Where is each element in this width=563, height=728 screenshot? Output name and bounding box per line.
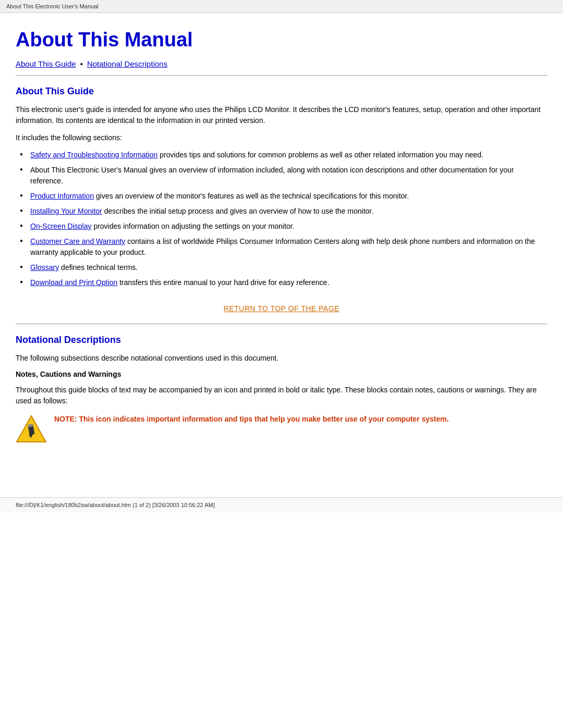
section2-paragraph2: Throughout this guide blocks of text may…: [16, 385, 547, 406]
bullet-text-1: About This Electronic User's Manual give…: [30, 166, 514, 185]
section1-paragraph1: This electronic user's guide is intended…: [16, 104, 547, 126]
link-download[interactable]: Download and Print Option: [30, 278, 117, 287]
section1-paragraph2: It includes the following sections:: [16, 132, 547, 143]
section-about-guide: About This Guide This electronic user's …: [16, 86, 547, 313]
link-customer-care[interactable]: Customer Care and Warranty: [30, 237, 125, 245]
return-to-top-link[interactable]: RETURN TO TOP OF THE PAGE: [224, 304, 339, 313]
list-item: About This Electronic User's Manual give…: [16, 165, 547, 187]
bullet-text-6: defines technical terms.: [59, 263, 138, 272]
sections-list: Safety and Troubleshooting Information p…: [16, 150, 547, 288]
page-content: About This Manual About This Guide • Not…: [0, 13, 563, 476]
bullet-text-7: transfers this entire manual to your har…: [117, 278, 329, 287]
nav-separator: •: [80, 59, 83, 68]
nav-link-about-guide[interactable]: About This Guide: [16, 59, 76, 68]
bullet-text-4: provides information on adjusting the se…: [92, 222, 295, 230]
note-text: NOTE: This icon indicates important info…: [54, 414, 449, 425]
list-item: Download and Print Option transfers this…: [16, 277, 547, 288]
bullet-text-3: describes the initial setup process and …: [102, 207, 374, 215]
note-box: ! NOTE: This icon indicates important in…: [16, 414, 547, 445]
warning-triangle-icon: !: [16, 414, 47, 445]
browser-title-bar: About This Electronic User's Manual: [0, 0, 563, 13]
link-glossary[interactable]: Glossary: [30, 263, 59, 272]
svg-text:!: !: [31, 434, 32, 439]
divider-top: [16, 75, 547, 76]
list-item: Installing Your Monitor describes the in…: [16, 206, 547, 217]
notes-cautions-heading: Notes, Cautions and Warnings: [16, 370, 547, 378]
link-osd[interactable]: On-Screen Display: [30, 222, 92, 230]
list-item: Glossary defines technical terms.: [16, 262, 547, 273]
link-safety[interactable]: Safety and Troubleshooting Information: [30, 151, 157, 159]
nav-links: About This Guide • Notational Descriptio…: [16, 59, 547, 69]
bullet-text-0: provides tips and solutions for common p…: [157, 151, 483, 159]
link-product-info[interactable]: Product Information: [30, 192, 94, 200]
list-item: Safety and Troubleshooting Information p…: [16, 150, 547, 161]
footer-bar: file:///D|/K1/english/180b2sw/about/abou…: [0, 497, 563, 512]
footer-text: file:///D|/K1/english/180b2sw/about/abou…: [16, 502, 215, 508]
page-title: About This Manual: [16, 29, 547, 51]
link-installing[interactable]: Installing Your Monitor: [30, 207, 102, 215]
divider-middle: [16, 324, 547, 324]
section2-heading: Notational Descriptions: [16, 335, 547, 346]
bullet-text-2: gives an overview of the monitor's featu…: [94, 192, 409, 200]
section-notational: Notational Descriptions The following su…: [16, 335, 547, 445]
browser-title: About This Electronic User's Manual: [6, 3, 99, 9]
section1-heading: About This Guide: [16, 86, 547, 97]
section2-paragraph1: The following subsections describe notat…: [16, 353, 547, 364]
list-item: Product Information gives an overview of…: [16, 191, 547, 202]
list-item: Customer Care and Warranty contains a li…: [16, 236, 547, 258]
nav-link-notational[interactable]: Notational Descriptions: [87, 59, 167, 68]
list-item: On-Screen Display provides information o…: [16, 221, 547, 232]
return-link-container: RETURN TO TOP OF THE PAGE: [16, 304, 547, 313]
